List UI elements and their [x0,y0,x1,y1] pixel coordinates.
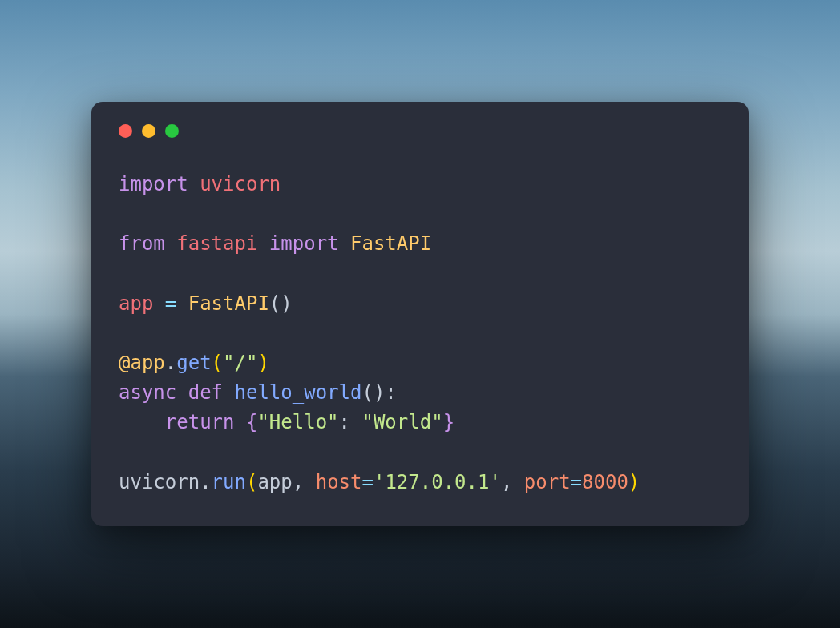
code-token: get [176,352,211,374]
code-token: async [119,381,188,404]
window-titlebar [115,124,725,138]
code-token: ) [628,471,640,493]
code-token: import [269,232,350,255]
code-token: = [361,471,373,493]
code-token: (): [361,381,396,404]
code-token: = [165,292,188,315]
code-token: app [119,292,165,315]
code-token [119,203,130,225]
code-token: uvicorn [200,173,281,195]
close-icon[interactable] [119,124,132,138]
code-token: () [269,292,293,315]
code-token: "/" [223,352,257,374]
code-token: : [339,411,362,433]
code-token: host [316,471,362,493]
code-token: } [443,411,454,433]
code-token: "Hello" [257,411,338,433]
code-token: uvicorn [119,471,200,493]
code-token: app [257,471,292,493]
code-token: '127.0.0.1' [374,471,501,493]
code-token: "World" [361,411,442,433]
code-token: , [293,471,316,493]
code-token: FastAPI [188,292,269,315]
code-token: . [200,471,211,493]
code-token [119,322,130,344]
code-token [119,263,130,285]
code-token [119,411,165,433]
code-token: run [212,471,246,493]
code-token: ( [212,352,223,374]
code-token: , [501,471,524,493]
code-token [119,441,130,464]
code-token: return [165,411,246,433]
code-editor-window: import uvicorn from fastapi import FastA… [91,102,749,526]
code-token: ) [257,352,269,374]
code-token: @app [119,352,165,374]
code-token: port [524,471,571,493]
code-token: ( [246,471,257,493]
code-token: from [119,232,176,255]
maximize-icon[interactable] [165,124,179,138]
code-block: import uvicorn from fastapi import FastA… [115,170,725,497]
code-token: import [119,173,200,195]
code-token: = [571,471,582,493]
code-token: . [165,352,176,374]
minimize-icon[interactable] [142,124,155,138]
code-token: FastAPI [350,232,431,255]
code-token: fastapi [176,232,269,255]
code-token: 8000 [582,471,628,493]
code-token: def [188,381,235,404]
code-token: { [246,411,257,433]
code-token: hello_world [235,381,362,404]
